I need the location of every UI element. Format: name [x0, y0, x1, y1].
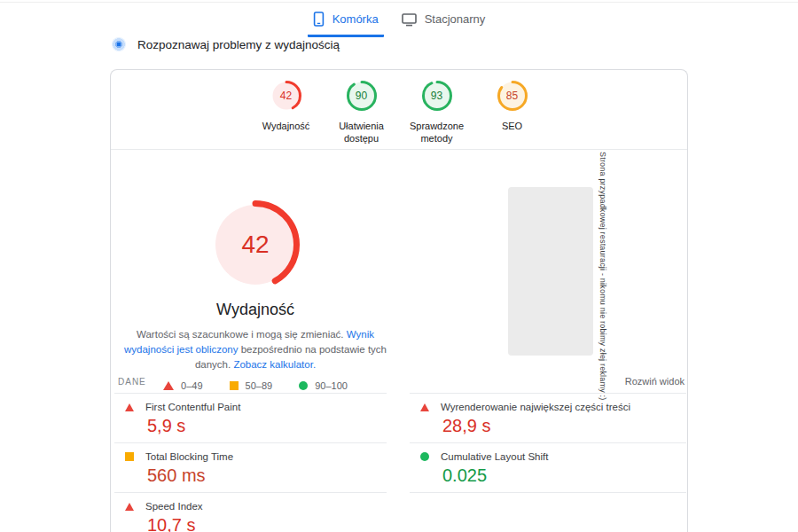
- metric-label: Cumulative Layout Shift: [441, 451, 548, 462]
- tab-desktop-label: Stacjonarny: [425, 12, 486, 26]
- metric-value: 28,9 s: [442, 416, 686, 436]
- metric-lcp: Wyrenderowanie największej części treści…: [410, 394, 686, 443]
- metric-label: Total Blocking Time: [145, 451, 233, 462]
- top-divider: [0, 2, 798, 3]
- score-value: 42: [270, 79, 303, 113]
- tab-mobile[interactable]: Komórka: [308, 6, 384, 37]
- metric-label: Wyrenderowanie największej części treści: [441, 402, 630, 412]
- page-title-caption: Strona przypadkowej restauracji - nikomu…: [598, 152, 607, 387]
- calculator-link[interactable]: Zobacz kalkulator.: [233, 359, 316, 370]
- tab-mobile-label: Komórka: [332, 12, 379, 26]
- metric-label: Speed Index: [145, 501, 203, 512]
- metric-value: 560 ms: [147, 466, 387, 486]
- metric-value: 0.025: [442, 466, 686, 486]
- score-accessibility[interactable]: 90 Ułatwienia dostępu: [328, 79, 395, 149]
- score-label: SEO: [502, 120, 522, 132]
- poor-triangle-icon: [125, 403, 134, 411]
- insights-title: Rozpoznawaj problemy z wydajnością: [137, 38, 340, 51]
- metric-value: 10,7 s: [147, 515, 387, 532]
- tab-desktop[interactable]: Stacjonarny: [396, 6, 491, 37]
- score-label: Sprawdzone metody: [403, 120, 470, 145]
- page-screenshot-thumbnail[interactable]: [508, 187, 593, 356]
- report-card: 42 Wydajność 90 Ułatwienia dostępu 93: [110, 69, 688, 532]
- score-performance[interactable]: 42 Wydajność: [253, 79, 319, 149]
- average-square-icon: [125, 452, 134, 461]
- metric-speed-index: Speed Index 10,7 s: [114, 493, 387, 532]
- score-best-practices[interactable]: 93 Sprawdzone metody: [403, 79, 470, 149]
- metric-fcp: First Contentful Paint 5,9 s: [114, 394, 387, 443]
- score-label: Ułatwienia dostępu: [328, 120, 395, 145]
- metric-tbt: Total Blocking Time 560 ms: [114, 443, 387, 493]
- metric-label: First Contentful Paint: [145, 402, 240, 412]
- performance-gauge-value: 42: [209, 199, 301, 291]
- score-seo[interactable]: 85 SEO: [479, 79, 545, 149]
- metric-value: 5,9 s: [147, 416, 387, 436]
- score-value: 85: [496, 79, 529, 113]
- expand-view-button[interactable]: Rozwiń widok: [625, 376, 686, 393]
- good-circle-icon: [420, 452, 429, 461]
- gauge-disclaimer: Wartości są szacunkowe i mogą się zmieni…: [113, 327, 398, 372]
- performance-gauge: 42: [209, 199, 301, 291]
- score-summary-row: 42 Wydajność 90 Ułatwienia dostępu 93: [111, 70, 687, 150]
- disclaimer-text: Wartości są szacunkowe i mogą się zmieni…: [137, 329, 347, 340]
- poor-triangle-icon: [125, 503, 134, 511]
- performance-gauge-title: Wydajność: [111, 301, 400, 319]
- score-value: 90: [345, 79, 379, 113]
- metrics-header: DANE: [114, 377, 146, 393]
- score-value: 93: [420, 79, 454, 113]
- score-label: Wydajność: [262, 120, 310, 132]
- desktop-icon: [402, 12, 417, 27]
- phone-icon: [313, 12, 325, 27]
- performance-section: 42 Wydajność Wartości są szacunkowe i mo…: [111, 150, 687, 373]
- metric-cls: Cumulative Layout Shift 0.025: [410, 443, 686, 493]
- poor-triangle-icon: [420, 403, 429, 411]
- insights-toggle-icon[interactable]: [112, 37, 126, 51]
- insights-header: Rozpoznawaj problemy z wydajnością: [112, 37, 340, 51]
- device-tabs: Komórka Stacjonarny: [0, 6, 798, 37]
